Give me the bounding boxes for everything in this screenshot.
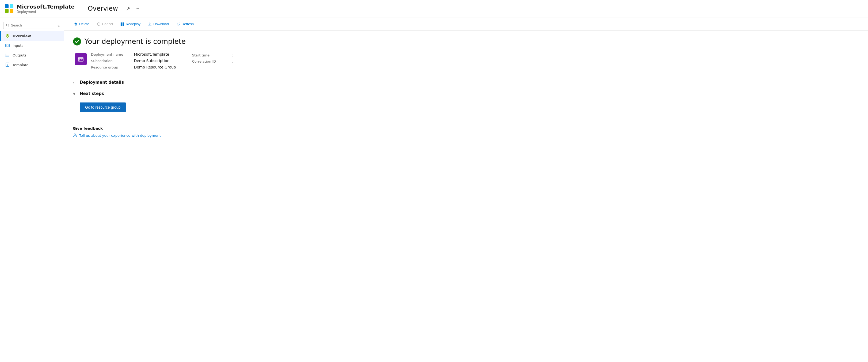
header-logo: Microsoft.Template Deployment [4, 3, 75, 13]
header-title-group: Microsoft.Template Deployment [17, 3, 75, 13]
azure-logo-icon [4, 4, 14, 13]
search-container: « [0, 20, 64, 31]
svg-rect-13 [6, 44, 9, 47]
sidebar-item-template[interactable]: Template [0, 60, 64, 69]
cancel-icon [97, 22, 101, 26]
deployment-details-fields: Deployment name : Microsoft.Template Sub… [91, 52, 176, 69]
template-icon [5, 62, 10, 67]
deployment-info: Deployment name : Microsoft.Template Sub… [73, 52, 860, 69]
svg-line-6 [8, 26, 9, 27]
subscription-field: Subscription : Demo Subscription [91, 59, 176, 63]
feedback-title: Give feedback [73, 126, 860, 130]
inputs-icon [5, 43, 10, 48]
sidebar-item-inputs[interactable]: Inputs [0, 41, 64, 50]
svg-rect-35 [81, 59, 83, 60]
more-options-button[interactable]: ··· [134, 5, 141, 12]
success-icon [73, 37, 81, 46]
deployment-name-value: Microsoft.Template [134, 52, 169, 56]
svg-point-32 [73, 37, 81, 46]
sidebar-item-overview-label: Overview [12, 34, 31, 38]
delete-icon [74, 22, 78, 26]
header: Microsoft.Template Deployment Overview ·… [0, 0, 868, 18]
sidebar-item-overview[interactable]: Overview [0, 31, 64, 41]
svg-point-36 [74, 134, 76, 135]
correlation-id-field: Correlation ID : [192, 59, 235, 63]
outputs-icon [5, 53, 10, 58]
pin-button[interactable] [124, 5, 132, 12]
deployment-info-left: Deployment name : Microsoft.Template Sub… [75, 52, 176, 69]
feedback-section: Give feedback Tell us about your experie… [73, 122, 860, 138]
success-title: Your deployment is complete [85, 37, 186, 46]
page-content: Your deployment is complete [64, 31, 868, 144]
svg-point-21 [6, 56, 6, 57]
start-time-field: Start time : [192, 53, 235, 57]
deployment-name-field: Deployment name : Microsoft.Template [91, 52, 176, 56]
deployment-type-icon [75, 53, 87, 65]
sidebar-item-outputs[interactable]: Outputs [0, 50, 64, 60]
next-steps-header[interactable]: ∨ Next steps [73, 88, 860, 99]
app-subtitle: Deployment [17, 10, 75, 13]
pin-icon [126, 6, 130, 11]
svg-rect-0 [5, 4, 8, 8]
svg-rect-33 [79, 58, 83, 61]
page-title: Overview [88, 5, 118, 12]
refresh-button[interactable]: Refresh [173, 20, 197, 28]
start-time-label: Start time [192, 53, 229, 57]
svg-rect-3 [10, 9, 13, 13]
download-icon [148, 22, 152, 26]
svg-rect-31 [123, 24, 124, 25]
header-actions: ··· [124, 5, 141, 12]
resource-group-field: Resource group : Demo Resource Group [91, 65, 176, 69]
deployment-details-chevron: › [73, 80, 77, 85]
svg-rect-2 [5, 9, 8, 13]
main-layout: « Overview [0, 18, 868, 362]
svg-point-20 [6, 55, 6, 56]
feedback-person-icon [73, 133, 77, 138]
resource-group-label: Resource group [91, 65, 128, 69]
subscription-value: Demo Subscription [134, 59, 169, 63]
delete-button[interactable]: Delete [71, 20, 93, 28]
refresh-icon [176, 22, 180, 26]
search-icon [6, 24, 9, 27]
download-button[interactable]: Download [145, 20, 172, 28]
svg-point-5 [6, 24, 8, 26]
app-container: Microsoft.Template Deployment Overview ·… [0, 0, 868, 362]
feedback-link-text: Tell us about your experience with deplo… [79, 133, 161, 138]
content-area: Delete Cancel Redepl [64, 18, 868, 362]
more-icon: ··· [136, 6, 139, 11]
redeploy-button[interactable]: Redeploy [117, 20, 144, 28]
sidebar-item-template-label: Template [12, 63, 28, 67]
sidebar: « Overview [0, 18, 64, 362]
refresh-label: Refresh [182, 22, 194, 26]
delete-label: Delete [79, 22, 89, 26]
svg-line-4 [127, 9, 128, 10]
cancel-label: Cancel [102, 22, 113, 26]
deployment-name-label: Deployment name [91, 53, 128, 56]
next-steps-content: Go to resource group [73, 99, 860, 116]
sidebar-item-inputs-label: Inputs [12, 43, 23, 48]
deployment-info-right: Start time : Correlation ID : [192, 52, 235, 69]
svg-point-8 [7, 35, 8, 36]
search-input-wrapper[interactable] [3, 22, 54, 29]
redeploy-icon [120, 22, 124, 26]
svg-rect-28 [121, 22, 122, 24]
redeploy-label: Redeploy [126, 22, 141, 26]
correlation-id-label: Correlation ID [192, 59, 229, 63]
svg-rect-1 [10, 4, 13, 8]
feedback-link[interactable]: Tell us about your experience with deplo… [73, 133, 860, 138]
svg-rect-34 [79, 59, 80, 60]
toolbar: Delete Cancel Redepl [64, 18, 868, 31]
deployment-details-header[interactable]: › Deployment details [73, 77, 860, 88]
svg-point-19 [6, 54, 6, 55]
cancel-button[interactable]: Cancel [94, 20, 116, 28]
resource-group-value: Demo Resource Group [134, 65, 176, 69]
sidebar-item-outputs-label: Outputs [12, 53, 27, 57]
deployment-details-section: › Deployment details [73, 77, 860, 88]
collapse-sidebar-button[interactable]: « [57, 22, 61, 29]
app-title: Microsoft.Template [17, 3, 75, 10]
search-input[interactable] [11, 23, 52, 27]
next-steps-title: Next steps [80, 91, 104, 96]
next-steps-chevron: ∨ [73, 91, 77, 96]
go-to-resource-group-button[interactable]: Go to resource group [80, 102, 126, 112]
next-steps-section: ∨ Next steps Go to resource group [73, 88, 860, 116]
